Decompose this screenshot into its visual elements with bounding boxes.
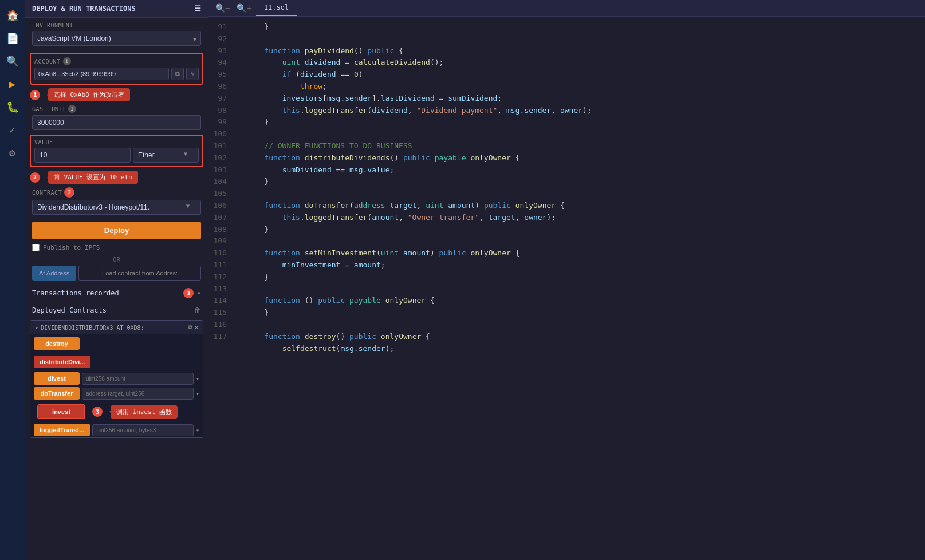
code-line-96: investors[msg.sender].lastDividend = sum… <box>246 93 925 105</box>
value-label: VALUE <box>34 139 199 148</box>
contract-instance: ▾ DIVIDENDDISTRIBUTORV3 AT 0XD8: ⧉ ✕ des… <box>30 320 203 438</box>
code-line-94: if (dividend == 0) <box>246 69 925 81</box>
dotransfer-fn-row: doTransfer ▾ <box>30 386 203 401</box>
divest-button[interactable]: divest <box>34 372 80 385</box>
divest-params-input[interactable] <box>82 373 194 385</box>
code-line-109: function setMinInvestment(uint amount) p… <box>246 247 925 259</box>
environment-label: ENVIRONMENT <box>25 18 208 31</box>
account-highlight-box: ACCOUNT i 0xAb8...35cb2 (89.9999999 ⧉ ✎ <box>30 53 203 85</box>
dotransfer-params-input[interactable] <box>82 388 194 400</box>
tooltip3-callout: 调用 invest 函数 <box>111 405 178 419</box>
distributedivi-button[interactable]: distributeDivi... <box>34 356 90 368</box>
deploy-icon[interactable]: ▶ <box>2 73 23 94</box>
panel-menu-icon[interactable]: ☰ <box>195 5 201 13</box>
code-line-103: } <box>246 176 925 188</box>
trash-icon[interactable]: 🗑 <box>194 306 201 314</box>
code-line-106: this.loggedTransfer(amount, "Owner trans… <box>246 212 925 224</box>
account-label: ACCOUNT <box>34 58 61 65</box>
icon-sidebar: 🏠 📄 🔍 ▶ 🐛 ✓ ⚙ <box>0 0 25 560</box>
invest-button[interactable]: invest <box>38 405 84 418</box>
panel-title: DEPLOY & RUN TRANSACTIONS <box>32 5 136 13</box>
code-tab-11sol[interactable]: 11.sol <box>256 0 297 16</box>
value-highlight-box: VALUE Ether ▼ <box>30 135 203 167</box>
copy-address-icon[interactable]: ⧉ <box>171 68 184 80</box>
code-line-blank2 <box>246 128 925 140</box>
code-line-91: } <box>246 21 925 33</box>
environment-section: JavaScript VM (London) ▼ <box>25 31 208 50</box>
transactions-label: Transactions recorded <box>32 289 119 297</box>
code-line-110: minInvestment = amount; <box>246 259 925 271</box>
destroy-fn-row: destroy <box>30 334 203 353</box>
at-address-button[interactable]: At Address <box>32 266 76 281</box>
code-line-blank5 <box>246 283 925 295</box>
tooltip2-callout: 将 VALUE 设置为 10 eth <box>48 171 138 184</box>
code-line-blank4 <box>246 235 925 247</box>
divest-fn-row: divest ▾ <box>30 371 203 386</box>
code-line-98: } <box>246 116 925 128</box>
value-row: Ether ▼ <box>34 148 199 163</box>
divest-chevron-icon[interactable]: ▾ <box>196 376 199 382</box>
deploy-panel: DEPLOY & RUN TRANSACTIONS ☰ ENVIRONMENT … <box>25 0 208 560</box>
search-icon[interactable]: 🔍 <box>2 50 23 71</box>
contract-instance-name: DIVIDENDDISTRIBUTORV3 AT 0XD8: <box>41 325 144 331</box>
code-line-117: selfdestruct(msg.sender); <box>246 343 925 355</box>
code-content: 91 92 93 94 95 96 97 98 99 100 101 102 1… <box>208 17 925 560</box>
publish-row: Publish to IPFS <box>32 242 201 254</box>
zoom-out-icon[interactable]: 🔍− <box>213 1 232 15</box>
gas-info-icon[interactable]: 1 <box>68 105 76 113</box>
tooltip1-row: 1 选择 0xAb8 作为攻击者 <box>25 87 208 105</box>
value-input[interactable] <box>34 148 131 163</box>
publish-ipfs-checkbox[interactable] <box>32 244 40 251</box>
loggedtransf-chevron-icon[interactable]: ▾ <box>196 427 199 433</box>
environment-select[interactable]: JavaScript VM (London) <box>32 31 201 46</box>
gas-limit-input[interactable] <box>32 115 201 130</box>
loggedtransf-button[interactable]: loggedTransf... <box>34 424 90 436</box>
code-line-blank3 <box>246 188 925 200</box>
publish-ipfs-label: Publish to IPFS <box>43 244 100 251</box>
contract-instance-header[interactable]: ▾ DIVIDENDDISTRIBUTORV3 AT 0XD8: ⧉ ✕ <box>30 321 203 334</box>
contract-section-label: CONTRACT <box>32 190 62 196</box>
transactions-chevron-icon: ▾ <box>197 289 201 297</box>
account-row: 0xAb8...35cb2 (89.9999999 ⧉ ✎ <box>34 68 199 80</box>
load-contract-button[interactable]: Load contract from Addres: <box>78 266 201 281</box>
transactions-recorded-row[interactable]: Transactions recorded 3 ▾ <box>25 283 208 303</box>
contract-select[interactable]: DividendDistributorv3 - Honeypot/11. <box>32 200 201 215</box>
code-line-107: } <box>246 224 925 236</box>
code-line-92: function payDividend() public { <box>246 45 925 57</box>
loggedtransf-params-input[interactable] <box>92 424 194 436</box>
close-instance-icon[interactable]: ✕ <box>195 324 198 331</box>
distributedivi-fn-row: distributeDivi... <box>30 353 203 371</box>
panel-header: DEPLOY & RUN TRANSACTIONS ☰ <box>25 0 208 18</box>
contract-chevron-icon: ▾ <box>35 325 38 331</box>
code-line-116: function destroy() public onlyOwner { <box>246 331 925 343</box>
code-line-93: uint dividend = calculateDividend(); <box>246 57 925 69</box>
test-icon[interactable]: ✓ <box>2 119 23 140</box>
code-line-95: throw; <box>246 81 925 93</box>
dotransfer-chevron-icon[interactable]: ▾ <box>196 391 199 397</box>
address-row: At Address Load contract from Addres: <box>32 266 201 281</box>
account-select[interactable]: 0xAb8...35cb2 (89.9999999 <box>34 68 169 80</box>
tooltip2-row: 2 将 VALUE 设置为 10 eth <box>25 169 208 187</box>
account-info-icon[interactable]: i <box>63 57 71 65</box>
files-icon[interactable]: 📄 <box>2 27 23 48</box>
dotransfer-button[interactable]: doTransfer <box>34 387 80 400</box>
gas-limit-label: GAS LIMIT <box>32 106 66 112</box>
line-numbers: 91 92 93 94 95 96 97 98 99 100 101 102 1… <box>208 17 237 560</box>
zoom-in-icon[interactable]: 🔍+ <box>234 1 253 15</box>
transactions-count-badge: 3 <box>183 288 194 298</box>
edit-address-icon[interactable]: ✎ <box>186 68 199 80</box>
code-line-100: // OWNER FUNCTIONS TO DO BUSINESS <box>246 140 925 152</box>
copy-instance-icon[interactable]: ⧉ <box>188 324 192 331</box>
code-line-114: } <box>246 307 925 319</box>
code-line-blank1 <box>246 33 925 45</box>
destroy-button[interactable]: destroy <box>34 337 80 350</box>
debug-icon[interactable]: 🐛 <box>2 96 23 117</box>
contract-badge: 2 <box>64 187 74 198</box>
home-icon[interactable]: 🏠 <box>2 5 23 25</box>
deploy-button[interactable]: Deploy <box>32 222 201 239</box>
settings-icon[interactable]: ⚙ <box>2 142 23 163</box>
deployed-contracts-row[interactable]: Deployed Contracts 🗑 <box>25 303 208 318</box>
step3-badge: 3 <box>92 407 103 417</box>
value-unit-select[interactable]: Ether <box>133 148 199 163</box>
code-line-101: function distributeDividends() public pa… <box>246 152 925 164</box>
